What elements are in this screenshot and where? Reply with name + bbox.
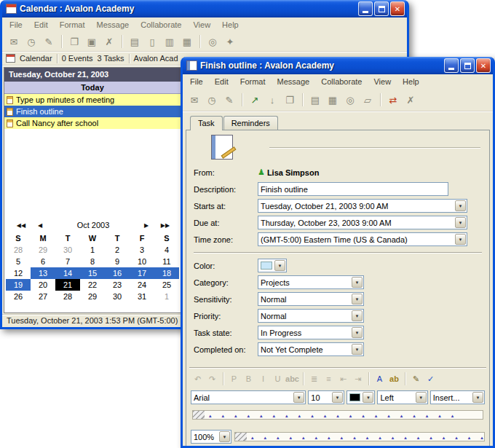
print-icon[interactable]: ▦	[325, 92, 341, 108]
calendar-day[interactable]: 1	[154, 291, 179, 302]
address-book-icon[interactable]: ▤	[307, 92, 323, 108]
calendar-day[interactable]: 19	[6, 279, 31, 291]
calendar-day[interactable]: 17	[130, 267, 154, 279]
menu-format[interactable]: Format	[54, 20, 91, 29]
alarm-icon[interactable]: ◷	[204, 92, 220, 108]
calendar-day[interactable]: 25	[154, 279, 179, 291]
menu-format[interactable]: Format	[234, 77, 272, 86]
folder-icon[interactable]: ▱	[360, 92, 376, 108]
menu-message[interactable]: Message	[91, 20, 135, 29]
menu-file[interactable]: File	[4, 20, 28, 29]
calendar-day[interactable]: 15	[80, 267, 105, 279]
minimize-button[interactable]	[444, 58, 459, 73]
priority-select[interactable]: Normal ▼	[258, 309, 364, 323]
calendar-day[interactable]: 4	[154, 244, 179, 256]
find-icon[interactable]: ◎	[342, 92, 358, 108]
calendar-day[interactable]: 29	[31, 244, 55, 256]
chevron-down-icon[interactable]: ▼	[363, 392, 373, 403]
chevron-down-icon[interactable]: ▼	[332, 392, 343, 403]
calendar-day[interactable]: 12	[6, 267, 31, 279]
calendar-day[interactable]: 8	[80, 256, 105, 267]
calendar-day[interactable]: 11	[154, 256, 179, 267]
chevron-down-icon[interactable]: ▼	[455, 217, 466, 228]
chevron-down-icon[interactable]: ▼	[352, 327, 363, 338]
font-color-select[interactable]: ▼	[346, 390, 376, 404]
calendar-day[interactable]: 18	[154, 267, 179, 279]
maximize-button[interactable]	[374, 1, 389, 16]
menu-collaborate[interactable]: Collaborate	[135, 20, 187, 29]
calendar-day[interactable]: 6	[31, 256, 55, 267]
chevron-down-icon[interactable]: ▼	[472, 392, 483, 403]
menu-edit[interactable]: Edit	[28, 20, 54, 29]
chevron-down-icon[interactable]: ▼	[352, 294, 363, 304]
calendar-day[interactable]: 14	[55, 267, 80, 279]
calendar-titlebar[interactable]: Calendar : Avalon Academy ✕	[2, 0, 407, 17]
calendar-day[interactable]: 13	[31, 267, 55, 279]
calendar-day[interactable]: 10	[130, 256, 154, 267]
menu-help[interactable]: Help	[397, 77, 425, 86]
font-size-select[interactable]: 10 ▼	[308, 390, 344, 404]
print-message-icon[interactable]: ❐	[282, 92, 298, 108]
menu-view[interactable]: View	[368, 77, 397, 86]
starts-at-select[interactable]: Tuesday, October 21, 2003 9:00 AM ▼	[258, 199, 467, 213]
new-task-icon[interactable]: ✎	[41, 34, 57, 50]
list-view-icon[interactable]: ▤	[127, 34, 143, 50]
calendar-day[interactable]: 24	[130, 279, 154, 291]
insert-select[interactable]: Insert... ▼	[430, 390, 485, 404]
alignment-select[interactable]: Left ▼	[377, 390, 427, 404]
calendar-day[interactable]: 28	[55, 291, 80, 302]
due-at-select[interactable]: Thursday, October 23, 2003 9:00 AM ▼	[258, 216, 467, 229]
text-color-icon[interactable]: A	[373, 372, 387, 386]
paste-icon[interactable]: ▣	[84, 34, 100, 50]
alarm-icon[interactable]: ◷	[23, 34, 39, 50]
chevron-down-icon[interactable]: ▼	[293, 392, 304, 403]
calendar-day[interactable]: 1	[80, 244, 105, 256]
chevron-down-icon[interactable]: ▼	[352, 277, 363, 288]
calendar-day[interactable]: 20	[31, 279, 55, 291]
description-input[interactable]: Finish outline	[258, 182, 448, 196]
view-label[interactable]: Calendar	[20, 54, 52, 63]
save-draft-icon[interactable]: ↓	[264, 92, 280, 108]
calendar-day[interactable]: 22	[80, 279, 105, 291]
send-message-icon[interactable]: ↗	[247, 92, 263, 108]
prev-month-button[interactable]: ◀	[31, 222, 50, 229]
calendar-day[interactable]: 7	[55, 256, 80, 267]
completed-on-select[interactable]: Not Yet Complete ▼	[258, 342, 364, 356]
close-button[interactable]: ✕	[476, 58, 491, 73]
calendar-day[interactable]: 30	[55, 244, 80, 256]
delete-icon[interactable]: ✗	[403, 92, 419, 108]
filter-icon[interactable]: ✦	[222, 34, 238, 50]
minimize-button[interactable]	[358, 1, 373, 16]
calendar-day[interactable]: 5	[6, 256, 31, 267]
task-list-item[interactable]: Type up minutes of meeting	[4, 94, 181, 106]
new-task-icon[interactable]: ✎	[221, 92, 237, 108]
chevron-down-icon[interactable]: ▼	[219, 431, 230, 442]
calendar-day[interactable]: 9	[105, 256, 130, 267]
spellcheck-icon[interactable]: ✓	[424, 372, 437, 386]
chevron-down-icon[interactable]: ▼	[416, 392, 427, 403]
close-button[interactable]: ✕	[390, 1, 405, 16]
task-list-item[interactable]: Finish outline	[4, 106, 181, 117]
copy-icon[interactable]: ❐	[66, 34, 82, 50]
font-family-select[interactable]: Arial ▼	[191, 390, 306, 404]
calendar-day[interactable]: 31	[130, 291, 154, 302]
week-view-icon[interactable]: ▥	[162, 34, 178, 50]
color-select[interactable]: ▼	[258, 259, 287, 272]
prev-year-button[interactable]: ◀◀	[12, 222, 31, 229]
day-view-icon[interactable]: ▯	[144, 34, 160, 50]
calendar-day[interactable]: 2	[105, 244, 130, 256]
tab-task[interactable]: Task	[190, 116, 223, 130]
calendar-day[interactable]: 29	[80, 291, 105, 302]
maximize-button[interactable]	[460, 58, 475, 73]
time-zone-select[interactable]: (GMT-5:00) Eastern Time (US & Canada) ▼	[258, 232, 467, 246]
calendar-day[interactable]: 23	[105, 279, 130, 291]
chevron-down-icon[interactable]: ▼	[274, 260, 285, 271]
calendar-day[interactable]: 16	[105, 267, 130, 279]
task-list-item[interactable]: Call Nancy after school	[4, 117, 181, 129]
next-month-button[interactable]: ▶	[137, 222, 156, 229]
sync-icon[interactable]: ⇄	[385, 92, 401, 108]
chevron-down-icon[interactable]: ▼	[455, 200, 466, 211]
find-icon[interactable]: ◎	[205, 34, 221, 50]
signature-icon[interactable]: ✎	[409, 372, 423, 386]
task-titlebar[interactable]: Finish outline : Avalon Academy ✕	[183, 57, 493, 74]
